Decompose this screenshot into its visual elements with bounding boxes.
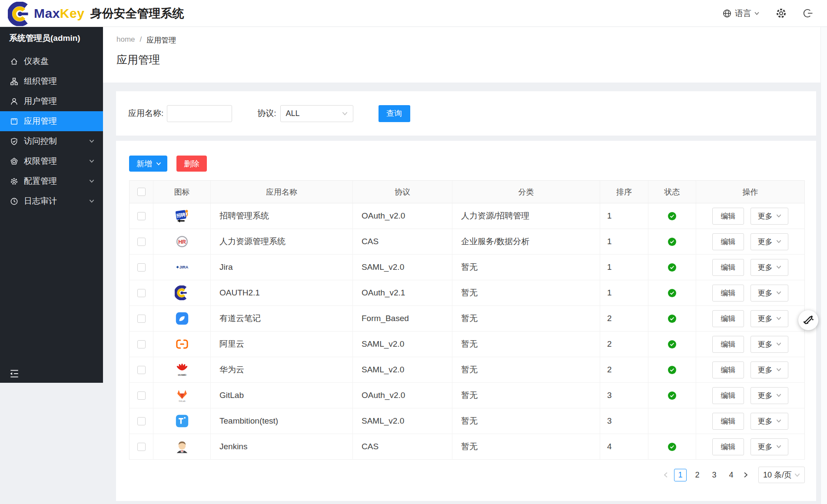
- page-number-button[interactable]: 2: [691, 469, 704, 481]
- sidebar-item-audit[interactable]: 日志审计: [0, 191, 103, 211]
- sidebar-item-label: 访问控制: [24, 136, 57, 147]
- page-numbers: 1 2 3 4: [672, 469, 740, 481]
- magic-wand-floating-button[interactable]: [798, 310, 818, 330]
- sidebar-item-access[interactable]: 访问控制: [0, 131, 103, 151]
- edit-button[interactable]: 编辑: [712, 310, 744, 327]
- settings-button[interactable]: [776, 8, 787, 19]
- more-button[interactable]: 更多: [751, 285, 788, 302]
- sidebar-item-org[interactable]: 组织管理: [0, 71, 103, 91]
- app-category-cell: 暂无: [452, 408, 600, 434]
- svg-text:JIRA: JIRA: [179, 265, 188, 269]
- sidebar-item-user[interactable]: 用户管理: [0, 91, 103, 111]
- sidebar-menu: 仪表盘 组织管理 用户管理 应用管理 访问控制 权限管理 配置管理: [0, 51, 103, 211]
- row-checkbox[interactable]: [137, 212, 146, 220]
- more-button[interactable]: 更多: [751, 387, 788, 404]
- more-button[interactable]: 更多: [751, 413, 788, 430]
- app-protocol-cell: SAML_v2.0: [353, 255, 452, 280]
- prev-page-button[interactable]: [660, 472, 672, 478]
- row-checkbox[interactable]: [137, 340, 146, 348]
- more-button[interactable]: 更多: [751, 361, 788, 378]
- delete-button[interactable]: 删除: [176, 156, 207, 172]
- breadcrumb-home[interactable]: home: [116, 35, 135, 45]
- row-checkbox[interactable]: [137, 289, 146, 297]
- row-select-cell: [130, 434, 153, 459]
- row-checkbox[interactable]: [137, 443, 146, 451]
- app-sort-cell: 1: [600, 255, 648, 280]
- add-button[interactable]: 新增: [129, 156, 167, 172]
- sidebar-collapse-button[interactable]: [9, 368, 20, 379]
- brand: MaxKey 身份安全管理系统: [0, 0, 184, 26]
- gear-icon: [776, 8, 787, 19]
- more-button[interactable]: 更多: [751, 310, 788, 327]
- sidebar-item-config[interactable]: 配置管理: [0, 171, 103, 191]
- scrollbar-track[interactable]: [820, 27, 827, 504]
- sidebar-item-permission[interactable]: 权限管理: [0, 151, 103, 171]
- table-row: GitLab GitLab OAuth_v2.0 暂无 3 编辑 更多: [130, 383, 804, 408]
- more-button[interactable]: 更多: [751, 336, 788, 353]
- chevron-down-icon: [776, 291, 781, 295]
- edit-button[interactable]: 编辑: [712, 233, 744, 250]
- page-number-button[interactable]: 4: [725, 469, 737, 481]
- row-select-cell: [130, 255, 153, 280]
- page-size-select[interactable]: 10 条/页: [758, 467, 805, 483]
- edit-button[interactable]: 编辑: [712, 208, 744, 225]
- sidebar-item-label: 配置管理: [24, 176, 57, 187]
- row-checkbox[interactable]: [137, 417, 146, 425]
- sidebar: 系统管理员(admin) 仪表盘 组织管理 用户管理 应用管理 访问控制 权限管…: [0, 27, 103, 383]
- sidebar-item-dashboard[interactable]: 仪表盘: [0, 51, 103, 71]
- app-sort-cell: 2: [600, 357, 648, 382]
- page-number-button[interactable]: 1: [674, 469, 687, 481]
- column-header-actions: 操作: [696, 181, 804, 203]
- table-row: Teambition(test) SAML_v2.0 暂无 3 编辑 更多: [130, 408, 804, 434]
- row-checkbox[interactable]: [137, 391, 146, 400]
- next-page-button[interactable]: [740, 472, 752, 478]
- protocol-select[interactable]: ALL: [280, 105, 353, 122]
- app-icon-cell: [153, 408, 211, 434]
- pagination: 1 2 3 4 10 条/页: [129, 467, 805, 483]
- more-button[interactable]: 更多: [751, 259, 788, 276]
- chevron-down-icon: [89, 139, 94, 143]
- table-row: 招聘 招聘管理系统 OAuth_v2.0 人力资源/招聘管理 1 编辑 更多: [130, 203, 804, 229]
- select-all-checkbox[interactable]: [137, 188, 146, 196]
- chevron-down-icon: [776, 240, 781, 243]
- app-status-cell: [648, 229, 696, 254]
- search-button[interactable]: 查询: [379, 105, 410, 122]
- zhaopin-logo: 招聘: [175, 209, 189, 223]
- page-number-button[interactable]: 3: [708, 469, 721, 481]
- edit-button[interactable]: 编辑: [712, 361, 744, 378]
- edit-button[interactable]: 编辑: [712, 387, 744, 404]
- column-header-protocol: 协议: [353, 181, 452, 203]
- app-name-cell: Jenkins: [211, 434, 353, 459]
- app-name-cell: GitLab: [211, 383, 353, 408]
- sidebar-item-label: 日志审计: [24, 196, 57, 207]
- app-name-cell: 有道云笔记: [211, 306, 353, 331]
- app-name-cell: 招聘管理系统: [211, 203, 353, 229]
- app-name-cell: Jira: [211, 255, 353, 280]
- jira-logo: JIRA: [175, 260, 189, 275]
- status-active-icon: [668, 212, 676, 220]
- logout-button[interactable]: [803, 8, 813, 18]
- edit-button[interactable]: 编辑: [712, 285, 744, 302]
- page-title: 应用管理: [116, 53, 827, 67]
- more-button[interactable]: 更多: [751, 438, 788, 455]
- edit-button[interactable]: 编辑: [712, 413, 744, 430]
- row-checkbox[interactable]: [137, 238, 146, 246]
- chevron-down-icon: [89, 199, 94, 203]
- app-name-input[interactable]: [167, 105, 232, 122]
- sidebar-item-app[interactable]: 应用管理: [0, 111, 103, 131]
- app-category-cell: 人力资源/招聘管理: [452, 203, 600, 229]
- row-checkbox[interactable]: [137, 366, 146, 374]
- app-sort-cell: 4: [600, 434, 648, 459]
- app-icon-cell: JIRA: [153, 255, 211, 280]
- edit-button[interactable]: 编辑: [712, 336, 744, 353]
- row-checkbox[interactable]: [137, 263, 146, 272]
- language-dropdown[interactable]: 语言: [722, 8, 759, 19]
- edit-button[interactable]: 编辑: [712, 259, 744, 276]
- more-button[interactable]: 更多: [751, 208, 788, 225]
- more-button[interactable]: 更多: [751, 233, 788, 250]
- chevron-left-icon: [663, 472, 669, 478]
- app-status-cell: [648, 306, 696, 331]
- edit-button[interactable]: 编辑: [712, 438, 744, 455]
- row-checkbox[interactable]: [137, 315, 146, 323]
- app-status-cell: [648, 357, 696, 382]
